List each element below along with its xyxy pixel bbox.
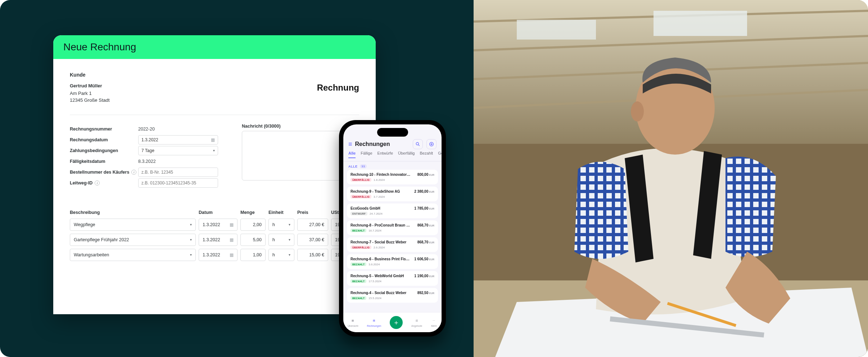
status-badge: ENTWURF xyxy=(351,212,367,215)
chevron-down-icon: ▾ xyxy=(190,223,192,226)
phone-frame: ≡ Rechnungen AlleFälligeEntwürfeÜberfäll… xyxy=(339,120,446,337)
phone-tab[interactable]: Entwürfe xyxy=(378,151,393,158)
terms-label: Zahlungsbedingungen xyxy=(70,148,138,153)
invoice-date-label: Rechnungsdatum xyxy=(70,137,138,142)
window-title: Neue Rechnung xyxy=(53,35,376,59)
item-desc-select[interactable]: Gartenpflege Frühjahr 2022▾ xyxy=(70,234,196,246)
invoice-date: 15.5.2024 xyxy=(369,297,381,300)
calendar-icon: ▦ xyxy=(230,252,234,257)
invoice-list-item[interactable]: Rechnung-8 - ProConsult Braun GmbH868,70… xyxy=(347,220,438,235)
search-icon[interactable] xyxy=(413,139,423,149)
col-unit-header: Einheit xyxy=(268,210,294,215)
invoice-date: 17.5.2024 xyxy=(369,280,381,283)
terms-select[interactable]: 7 Tage ▾ xyxy=(138,146,218,155)
chevron-down-icon: ▾ xyxy=(190,238,192,242)
invoice-date: 3.6.2024 xyxy=(369,263,380,266)
item-unit-select[interactable]: h▾ xyxy=(268,234,294,246)
invoice-date-field[interactable]: 1.3.2022 ▦ xyxy=(138,135,218,145)
invoice-list-item[interactable]: Rechnung-5 - WebWorld GmbH1 190,00EUR BE… xyxy=(347,271,438,286)
item-qty-field[interactable]: 5,00 xyxy=(240,234,266,246)
section-count: 11 xyxy=(360,164,367,168)
item-date-field[interactable]: 1.3.2022▦ xyxy=(199,219,238,231)
section-label: ALLE xyxy=(348,165,358,168)
item-date-field[interactable]: 1.3.2022▦ xyxy=(199,249,238,261)
po-input[interactable] xyxy=(138,168,218,177)
col-desc-header: Beschreibung xyxy=(70,210,196,215)
item-price-field[interactable]: 15,00 € xyxy=(297,249,328,261)
line-item-row: Wartungsarbeiten▾ 1.3.2022▦ 1,00 h▾ 15,0… xyxy=(70,249,359,261)
invoice-list-item[interactable]: Rechnung-4 - Social Buzz Weber892,50EUR … xyxy=(347,288,438,303)
item-date-field[interactable]: 1.3.2022▦ xyxy=(199,234,238,246)
add-icon[interactable] xyxy=(426,139,437,149)
info-icon[interactable]: i xyxy=(95,180,100,186)
invoice-list-item[interactable]: Rechnung-7 - Social Buzz Weber868,70EUR … xyxy=(347,237,438,252)
item-price-field[interactable]: 37,00 € xyxy=(297,234,328,246)
line-item-row: Wegpflege▾ 1.3.2022▦ 2,00 h▾ 27,00 € 19 … xyxy=(70,219,359,231)
item-unit-select[interactable]: h▾ xyxy=(268,249,294,261)
document-icon: ▤ xyxy=(371,317,377,324)
invoice-window: Neue Rechnung Kunde Gertrud Müller Am Pa… xyxy=(53,35,376,314)
phone-tab[interactable]: Ge xyxy=(438,151,442,158)
item-unit-select[interactable]: h▾ xyxy=(268,219,294,231)
nav-more[interactable]: ⋯ Mehr xyxy=(431,317,437,327)
status-badge: ÜBERFÄLLIG xyxy=(351,246,371,249)
nav-overview[interactable]: ▦ Übersicht xyxy=(348,317,358,327)
invoice-list-item[interactable]: Rechnung-10 - Fintech Innovators Gm...80… xyxy=(347,170,438,184)
hero-photo xyxy=(474,0,868,357)
svg-point-19 xyxy=(631,101,644,122)
invoice-list-item[interactable]: Rechnung-6 - Business Print Fischer...1 … xyxy=(347,254,438,269)
calendar-icon: ▦ xyxy=(230,222,234,227)
customer-name: Gertrud Müller xyxy=(70,83,110,90)
info-icon[interactable]: i xyxy=(131,170,136,175)
phone-tab[interactable]: Überfällig xyxy=(398,151,415,158)
item-price-field[interactable]: 27,00 € xyxy=(297,219,328,231)
invoice-list-item[interactable]: Rechnung-9 - TradeShow AG2 380,00EUR ÜBE… xyxy=(347,187,438,201)
customer-address: Gertrud Müller Am Park 1 12345 Große Sta… xyxy=(70,83,110,104)
status-badge: BEZAHLT xyxy=(351,262,366,266)
chevron-down-icon: ▾ xyxy=(289,253,290,257)
calendar-icon: ▦ xyxy=(230,237,234,242)
customer-section-label: Kunde xyxy=(70,72,359,78)
svg-rect-14 xyxy=(517,20,596,40)
nav-offers[interactable]: ▥ Angebote xyxy=(411,317,422,327)
phone-nav: ▦ Übersicht ▤ Rechnungen ＋ ▥ Angebote ⋯ xyxy=(343,312,442,332)
nav-invoices[interactable]: ▤ Rechnungen xyxy=(367,317,381,327)
invoice-list-item[interactable]: EcoGoods GmbH1 785,00EUR ENTWURF24.7.202… xyxy=(347,203,438,218)
status-badge: ÜBERFÄLLIG xyxy=(351,178,371,182)
invoice-no-label: Rechnungsnummer xyxy=(70,127,138,132)
divider xyxy=(70,115,359,115)
invoice-list[interactable]: Rechnung-10 - Fintech Innovators Gm...80… xyxy=(343,170,442,303)
calendar-icon: ▦ xyxy=(211,137,215,142)
nav-add-button[interactable]: ＋ xyxy=(390,316,403,329)
invoice-no-value: 2022-20 xyxy=(138,127,218,132)
item-qty-field[interactable]: 1,00 xyxy=(240,249,266,261)
item-desc-select[interactable]: Wartungsarbeiten▾ xyxy=(70,249,196,261)
item-qty-field[interactable]: 2,00 xyxy=(240,219,266,231)
menu-icon[interactable]: ≡ xyxy=(348,141,352,148)
due-label: Fälligkeitsdatum xyxy=(70,159,138,164)
chevron-down-icon: ▾ xyxy=(190,253,192,257)
chevron-down-icon: ▾ xyxy=(213,148,215,152)
phone-tab[interactable]: Fällige xyxy=(361,151,372,158)
leitweg-label: Leitweg-ID i xyxy=(70,180,138,186)
col-price-header: Preis xyxy=(297,210,328,215)
status-badge: BEZAHLT xyxy=(351,279,366,283)
po-label: Bestellnummer des Käufers i xyxy=(70,170,138,175)
svg-line-1 xyxy=(419,145,420,146)
phone-tab[interactable]: Bezahlt xyxy=(420,151,433,158)
invoice-date: 1.8.2024 xyxy=(374,178,385,182)
invoice-date: 2.6.2024 xyxy=(374,246,385,249)
item-desc-select[interactable]: Wegpflege▾ xyxy=(70,219,196,231)
phone-tab[interactable]: Alle xyxy=(348,151,356,158)
document-title: Rechnung xyxy=(317,83,359,93)
customer-line1: Am Park 1 xyxy=(70,90,110,97)
col-date-header: Datum xyxy=(199,210,238,215)
due-value: 8.3.2022 xyxy=(138,159,218,164)
phone-tabs: AlleFälligeEntwürfeÜberfälligBezahltGe xyxy=(343,151,442,161)
offers-icon: ▥ xyxy=(413,317,420,324)
line-item-row: Gartenpflege Frühjahr 2022▾ 1.3.2022▦ 5,… xyxy=(70,234,359,246)
chevron-down-icon: ▾ xyxy=(289,223,290,226)
status-badge: ÜBERFÄLLIG xyxy=(351,195,371,198)
leitweg-input[interactable] xyxy=(138,178,218,188)
status-badge: BEZAHLT xyxy=(351,229,366,232)
